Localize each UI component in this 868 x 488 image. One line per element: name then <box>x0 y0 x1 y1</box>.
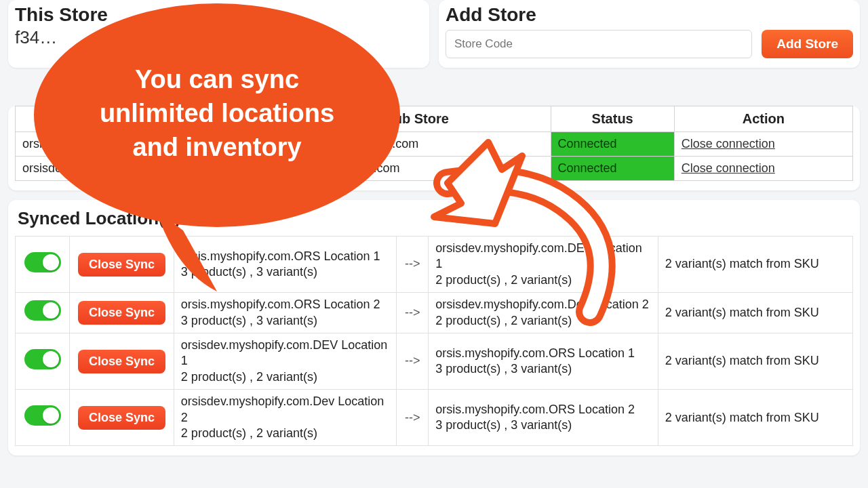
col-action: Action <box>674 106 852 132</box>
close-sync-button[interactable]: Close Sync <box>78 301 165 325</box>
sync-row: Close Sync orsisdev.myshopify.com.DEV Lo… <box>16 333 853 389</box>
sync-toggle[interactable] <box>24 405 61 426</box>
sync-source: orsisdev.myshopify.com.DEV Location 12 p… <box>174 333 396 389</box>
callout-line-1: You can sync <box>135 65 299 94</box>
cell-sub-store: orsis.myshopify.com <box>283 157 551 181</box>
sync-match-info: 2 variant(s) match from SKU <box>658 333 852 389</box>
col-main-store: Main Store <box>16 106 283 132</box>
add-store-heading: Add Store <box>446 4 853 26</box>
sync-destination: orsis.myshopify.com.ORS Location 23 prod… <box>429 390 658 446</box>
sync-source: orsis.myshopify.com.ORS Location 13 prod… <box>174 237 396 293</box>
status-badge: Connected <box>551 157 674 181</box>
synced-locations-card: Synced Location(s) Close Sync orsis.mysh… <box>8 200 860 455</box>
close-connection-link[interactable]: Close connection <box>682 137 775 150</box>
cell-main-store: orsisdev.myshopify.com <box>16 157 283 181</box>
connected-stores-table: Main Store Sub Store Status Action orsis… <box>15 106 853 181</box>
table-row: orsis.myshopify.com orsisdev.myshopify.c… <box>16 132 853 157</box>
cell-main-store: orsis.myshopify.com <box>16 132 283 157</box>
add-store-card: Add Store Add Store <box>439 0 860 68</box>
arrow-icon: --> <box>397 237 429 293</box>
this-store-card: This Store f34… <box>8 0 429 68</box>
sync-toggle[interactable] <box>24 349 61 369</box>
sync-source: orsisdev.myshopify.com.Dev Location 22 p… <box>174 390 396 446</box>
close-sync-button[interactable]: Close Sync <box>78 350 165 373</box>
sync-toggle[interactable] <box>24 300 61 321</box>
sync-row: Close Sync orsis.myshopify.com.ORS Locat… <box>16 237 853 293</box>
sync-match-info: 2 variant(s) match from SKU <box>658 237 852 293</box>
col-status: Status <box>551 106 674 132</box>
close-sync-button[interactable]: Close Sync <box>78 406 165 430</box>
arrow-icon: --> <box>397 293 429 333</box>
synced-locations-heading: Synced Location(s) <box>18 208 853 229</box>
sync-row: Close Sync orsis.myshopify.com.ORS Locat… <box>16 293 853 333</box>
this-store-heading: This Store <box>15 4 422 26</box>
sync-match-info: 2 variant(s) match from SKU <box>658 390 852 446</box>
connected-stores-card: Main Store Sub Store Status Action orsis… <box>8 106 860 190</box>
this-store-code: f34… <box>15 27 422 48</box>
synced-locations-table: Close Sync orsis.myshopify.com.ORS Locat… <box>15 236 853 446</box>
status-badge: Connected <box>551 132 674 157</box>
sync-destination: orsis.myshopify.com.ORS Location 13 prod… <box>429 333 658 389</box>
close-sync-button[interactable]: Close Sync <box>78 253 165 277</box>
add-store-button[interactable]: Add Store <box>762 30 853 58</box>
arrow-icon: --> <box>397 390 429 446</box>
col-sub-store: Sub Store <box>283 106 551 132</box>
cell-sub-store: orsisdev.myshopify.com <box>283 132 551 157</box>
arrow-icon: --> <box>397 333 429 389</box>
sync-match-info: 2 variant(s) match from SKU <box>658 293 852 333</box>
table-row: orsisdev.myshopify.com orsis.myshopify.c… <box>16 157 853 181</box>
sync-destination: orsisdev.myshopify.com.Dev Location 22 p… <box>429 293 658 333</box>
sync-toggle[interactable] <box>24 252 61 272</box>
sync-row: Close Sync orsisdev.myshopify.com.Dev Lo… <box>16 390 853 446</box>
sync-destination: orsisdev.myshopify.com.DEV Location 12 p… <box>429 237 658 293</box>
close-connection-link[interactable]: Close connection <box>682 161 775 175</box>
store-code-input[interactable] <box>446 30 752 58</box>
sync-source: orsis.myshopify.com.ORS Location 23 prod… <box>174 293 396 333</box>
